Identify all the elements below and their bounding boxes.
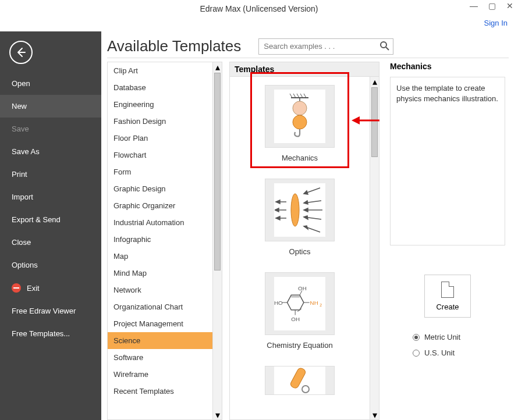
template-card-mechanics[interactable]: Mechanics bbox=[256, 85, 343, 162]
svg-line-7 bbox=[304, 94, 306, 98]
exit-icon bbox=[12, 283, 21, 293]
category-item[interactable]: Mind Map bbox=[108, 265, 212, 282]
window-title: Edraw Max (Unlicensed Version) bbox=[200, 4, 318, 13]
document-icon bbox=[441, 282, 454, 298]
svg-marker-27 bbox=[276, 216, 280, 220]
svg-marker-13 bbox=[304, 191, 308, 194]
templates-header: Templates bbox=[229, 62, 379, 76]
svg-text:HO: HO bbox=[274, 300, 283, 306]
svg-marker-17 bbox=[304, 208, 308, 212]
sidebar-item-label: Free Templates... bbox=[12, 329, 70, 338]
sidebar-item-label: Import bbox=[12, 193, 33, 201]
template-label: Mechanics bbox=[282, 154, 318, 162]
category-item[interactable]: Organizational Chart bbox=[108, 298, 212, 315]
category-item[interactable]: Infographic bbox=[108, 231, 212, 248]
svg-point-9 bbox=[293, 101, 307, 115]
unit-label: Metric Unit bbox=[424, 333, 460, 341]
sidebar-item-save: Save bbox=[0, 118, 101, 140]
category-item[interactable]: Graphic Design bbox=[108, 180, 212, 197]
create-label: Create bbox=[436, 302, 459, 311]
sidebar-item-new[interactable]: New bbox=[0, 95, 101, 118]
sidebar-item-options[interactable]: Options bbox=[0, 254, 101, 276]
unit-radio-u-s-unit[interactable]: U.S. Unit bbox=[413, 348, 482, 357]
svg-text:2: 2 bbox=[320, 303, 322, 307]
template-thumb-icon bbox=[265, 366, 335, 395]
sidebar-item-export-send[interactable]: Export & Send bbox=[0, 208, 101, 231]
category-item[interactable]: Engineering bbox=[108, 96, 212, 113]
category-item[interactable]: Network bbox=[108, 282, 212, 298]
svg-line-5 bbox=[297, 94, 299, 98]
category-item[interactable]: Recent Templates bbox=[108, 383, 212, 400]
category-item[interactable]: Industrial Automation bbox=[108, 214, 212, 231]
sidebar-item-label: Options bbox=[12, 261, 38, 269]
create-button[interactable]: Create bbox=[424, 275, 471, 318]
sidebar-item-exit[interactable]: Exit bbox=[0, 276, 101, 300]
template-card-optics[interactable]: Optics bbox=[256, 179, 343, 256]
scroll-down-icon[interactable]: ▾ bbox=[370, 410, 379, 419]
sidebar-item-label: Save As bbox=[12, 147, 40, 156]
template-thumb-icon: HOOHOHNH2 bbox=[265, 272, 335, 335]
category-item[interactable]: Graphic Organizer bbox=[108, 197, 212, 214]
svg-point-0 bbox=[381, 42, 386, 48]
template-card-partial[interactable] bbox=[256, 366, 343, 395]
template-card-chemistry-equation[interactable]: HOOHOHNH2Chemistry Equation bbox=[256, 272, 343, 350]
file-sidebar: OpenNewSaveSave AsPrintImportExport & Se… bbox=[0, 31, 101, 420]
sidebar-item-label: Exit bbox=[27, 284, 40, 293]
window-controls: — ▢ ✕ bbox=[470, 1, 513, 10]
sidebar-item-print[interactable]: Print bbox=[0, 163, 101, 186]
category-item[interactable]: Database bbox=[108, 79, 212, 96]
svg-text:OH: OH bbox=[298, 286, 307, 292]
sidebar-item-close[interactable]: Close bbox=[0, 231, 101, 254]
category-item[interactable]: Software bbox=[108, 349, 212, 366]
template-thumb-icon bbox=[265, 85, 335, 148]
svg-line-1 bbox=[386, 47, 389, 50]
scroll-up-icon[interactable]: ▴ bbox=[370, 77, 379, 86]
unit-label: U.S. Unit bbox=[424, 348, 455, 357]
close-icon[interactable]: ✕ bbox=[506, 1, 513, 10]
description-title: Mechanics bbox=[390, 62, 505, 71]
sidebar-item-label: Open bbox=[12, 79, 30, 88]
svg-point-10 bbox=[293, 115, 307, 129]
search-input[interactable] bbox=[258, 38, 393, 55]
category-item[interactable]: Fashion Design bbox=[108, 113, 212, 130]
sidebar-item-save-as[interactable]: Save As bbox=[0, 140, 101, 163]
sidebar-item-label: Close bbox=[12, 238, 31, 247]
category-item[interactable]: Project Management bbox=[108, 315, 212, 332]
category-item[interactable]: Flowchart bbox=[108, 147, 212, 163]
radio-icon bbox=[413, 334, 420, 341]
category-item[interactable]: Floor Plan bbox=[108, 130, 212, 147]
category-item[interactable]: Wireframe bbox=[108, 366, 212, 383]
scroll-down-icon[interactable]: ▾ bbox=[213, 410, 222, 419]
svg-point-11 bbox=[291, 194, 299, 226]
minimize-icon[interactable]: — bbox=[470, 1, 478, 10]
sidebar-item-free-edraw-viewer[interactable]: Free Edraw Viewer bbox=[0, 300, 101, 322]
search-icon[interactable] bbox=[379, 41, 390, 54]
category-item[interactable]: Science bbox=[108, 332, 212, 349]
category-list-panel: Clip ArtDatabaseEngineeringFashion Desig… bbox=[107, 62, 222, 420]
sidebar-item-import[interactable]: Import bbox=[0, 186, 101, 208]
category-item[interactable]: Form bbox=[108, 163, 212, 180]
sign-in-link[interactable]: Sign In bbox=[484, 19, 508, 27]
sidebar-item-free-templates-[interactable]: Free Templates... bbox=[0, 322, 101, 345]
svg-marker-28 bbox=[287, 295, 303, 309]
category-item[interactable]: Map bbox=[108, 248, 212, 265]
category-item[interactable]: Clip Art bbox=[108, 62, 212, 79]
svg-marker-21 bbox=[304, 226, 308, 229]
unit-radio-metric-unit[interactable]: Metric Unit bbox=[413, 333, 482, 341]
template-scrollbar[interactable]: ▴ ▾ bbox=[370, 77, 379, 419]
svg-marker-15 bbox=[304, 201, 308, 204]
sidebar-item-open[interactable]: Open bbox=[0, 72, 101, 95]
svg-line-4 bbox=[293, 94, 296, 98]
sidebar-item-label: Free Edraw Viewer bbox=[12, 307, 76, 315]
maximize-icon[interactable]: ▢ bbox=[488, 1, 496, 10]
svg-point-41 bbox=[302, 386, 309, 393]
template-label: Optics bbox=[289, 247, 311, 256]
sidebar-item-label: Save bbox=[12, 124, 29, 133]
category-scrollbar[interactable]: ▴ ▾ bbox=[212, 62, 222, 419]
scroll-up-icon[interactable]: ▴ bbox=[213, 62, 222, 72]
description-text: Use the template to create physics mecha… bbox=[390, 77, 505, 245]
svg-text:OH: OH bbox=[291, 316, 300, 322]
sidebar-item-label: Export & Send bbox=[12, 215, 61, 224]
sidebar-item-label: Print bbox=[12, 170, 27, 179]
back-button[interactable] bbox=[9, 41, 33, 64]
